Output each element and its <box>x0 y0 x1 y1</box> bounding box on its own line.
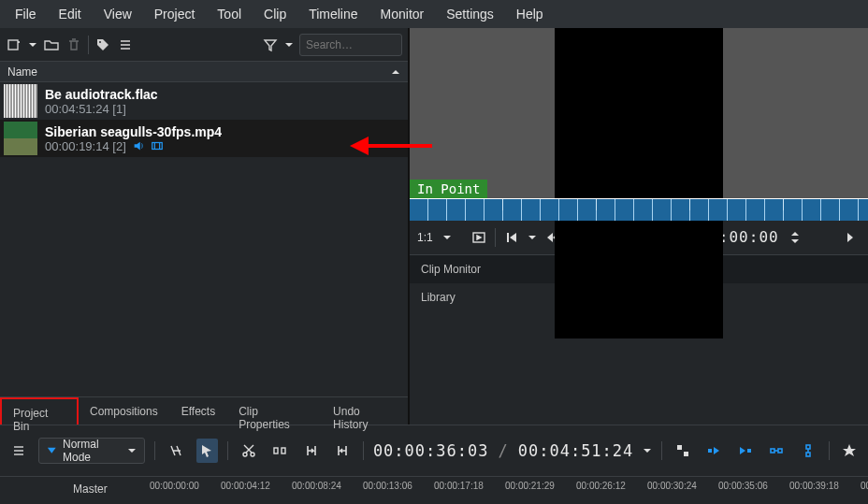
chevron-down-icon[interactable] <box>643 446 652 455</box>
timecode-separator: / <box>498 441 508 460</box>
svg-marker-24 <box>48 448 56 454</box>
timeline-timecode-total: 00:04:51:24 <box>518 441 634 460</box>
prev-keyframe-icon[interactable] <box>501 227 522 248</box>
overwrite-icon[interactable] <box>766 439 788 463</box>
chevron-down-icon[interactable] <box>442 233 452 242</box>
bracket-out-icon[interactable] <box>331 439 353 463</box>
timecode-spinner-icon[interactable] <box>785 227 805 248</box>
tab-effects[interactable]: Effects <box>170 397 227 425</box>
clip-monitor-panel: In Point 1:1 00:00:00:00 Clip Monitor <box>410 28 868 425</box>
toolbar-divider <box>154 441 155 460</box>
menu-timeline[interactable]: Timeline <box>297 1 369 27</box>
clip-duration: 00:00:19:14 [2] <box>45 139 222 153</box>
bin-column-header[interactable]: Name <box>0 62 408 82</box>
svg-marker-11 <box>477 236 481 239</box>
clip-row[interactable]: Siberian seagulls-30fps.mp4 00:00:19:14 … <box>0 120 408 157</box>
menu-edit[interactable]: Edit <box>48 1 93 27</box>
time-mark: 00:00:39:18 <box>789 481 861 491</box>
clip-sub-text: 00:00:19:14 [2] <box>45 139 126 153</box>
master-track-label[interactable]: Master <box>73 482 108 496</box>
timeline-ruler[interactable]: Master 00:00:00:00 00:00:04:12 00:00:08:… <box>0 476 868 504</box>
filter-icon[interactable] <box>262 36 279 53</box>
menu-help[interactable]: Help <box>505 1 555 27</box>
menu-clip[interactable]: Clip <box>253 1 297 27</box>
ruler-major-ticks <box>410 199 868 210</box>
add-clip-icon[interactable] <box>6 36 22 53</box>
timeline-timecode-current[interactable]: 00:00:36:03 <box>373 441 489 460</box>
monitor-ruler[interactable] <box>410 198 868 221</box>
time-mark: 00:00:04:12 <box>221 481 292 491</box>
monitor-viewport[interactable]: In Point <box>410 28 868 198</box>
spacer-tool-icon[interactable] <box>269 439 291 463</box>
bin-list: Be audiotrack.flac 00:04:51:24 [1] Siber… <box>0 82 408 396</box>
svg-rect-36 <box>771 449 774 453</box>
svg-marker-33 <box>714 447 719 454</box>
tab-clip-properties[interactable]: Clip Properties <box>227 397 322 425</box>
toolbar-divider <box>829 441 830 460</box>
tab-compositions[interactable]: Compositions <box>79 397 170 425</box>
menu-project[interactable]: Project <box>143 1 207 27</box>
video-icon <box>151 139 164 152</box>
time-mark: 00:00:17:18 <box>434 481 505 491</box>
favorite-icon[interactable] <box>839 439 861 463</box>
svg-rect-35 <box>747 449 751 453</box>
skip-clip-icon[interactable] <box>165 439 186 463</box>
menu-tool[interactable]: Tool <box>206 1 253 27</box>
chevron-up-icon[interactable] <box>391 67 400 77</box>
toolbar-divider <box>661 441 662 460</box>
svg-marker-13 <box>510 233 516 242</box>
menu-settings[interactable]: Settings <box>435 1 505 27</box>
svg-point-26 <box>243 453 247 456</box>
svg-marker-20 <box>791 239 799 243</box>
zone-out-icon[interactable] <box>734 439 756 463</box>
monitor-frame <box>555 28 723 338</box>
cut-icon[interactable] <box>238 439 259 463</box>
svg-rect-32 <box>708 449 712 453</box>
mode-indicator-icon <box>47 445 57 456</box>
delete-icon <box>65 36 82 53</box>
tab-undo-history[interactable]: Undo History <box>322 397 408 425</box>
mix-icon[interactable] <box>672 439 693 463</box>
clip-thumbnail <box>4 122 37 155</box>
tab-project-bin[interactable]: Project Bin <box>0 397 79 425</box>
chevron-down-icon[interactable] <box>528 233 537 242</box>
svg-point-3 <box>99 41 101 43</box>
track-settings-icon[interactable] <box>7 439 29 463</box>
zone-in-icon[interactable] <box>703 439 725 463</box>
left-tabs: Project Bin Compositions Effects Clip Pr… <box>0 396 408 425</box>
in-point-label: In Point <box>410 180 487 198</box>
toolbar-divider <box>227 441 228 460</box>
menu-bar: File Edit View Project Tool Clip Timelin… <box>0 0 868 28</box>
svg-rect-7 <box>152 143 163 150</box>
bin-toolbar <box>0 28 408 62</box>
audio-icon <box>132 139 145 152</box>
svg-marker-14 <box>547 233 553 242</box>
svg-point-27 <box>251 453 254 456</box>
chevron-down-icon[interactable] <box>28 40 37 50</box>
clip-row[interactable]: Be audiotrack.flac 00:04:51:24 [1] <box>0 82 408 120</box>
search-input[interactable] <box>299 34 402 56</box>
search-field[interactable] <box>306 38 396 51</box>
set-in-point-icon[interactable] <box>469 227 489 248</box>
clip-thumbnail <box>4 84 37 118</box>
svg-rect-29 <box>282 448 285 454</box>
selection-tool-icon[interactable] <box>196 439 218 463</box>
chevron-right-icon[interactable] <box>840 227 861 248</box>
lift-icon[interactable] <box>797 439 818 463</box>
toolbar-divider <box>363 441 364 460</box>
toolbar-divider <box>495 228 496 247</box>
menu-file[interactable]: File <box>4 1 48 27</box>
time-mark: 00:00:00:00 <box>150 481 221 491</box>
time-mark: 00:00:13:06 <box>363 481 434 491</box>
folder-icon[interactable] <box>43 36 60 53</box>
bracket-in-icon[interactable] <box>300 439 322 463</box>
svg-rect-12 <box>507 233 509 242</box>
zoom-ratio[interactable]: 1:1 <box>417 231 437 244</box>
menu-monitor[interactable]: Monitor <box>369 1 436 27</box>
edit-mode-select[interactable]: Normal Mode <box>38 438 145 464</box>
menu-view[interactable]: View <box>93 1 143 27</box>
options-icon[interactable] <box>117 36 134 53</box>
chevron-down-icon <box>127 446 137 455</box>
tag-icon[interactable] <box>94 36 111 53</box>
chevron-down-icon[interactable] <box>284 40 294 50</box>
